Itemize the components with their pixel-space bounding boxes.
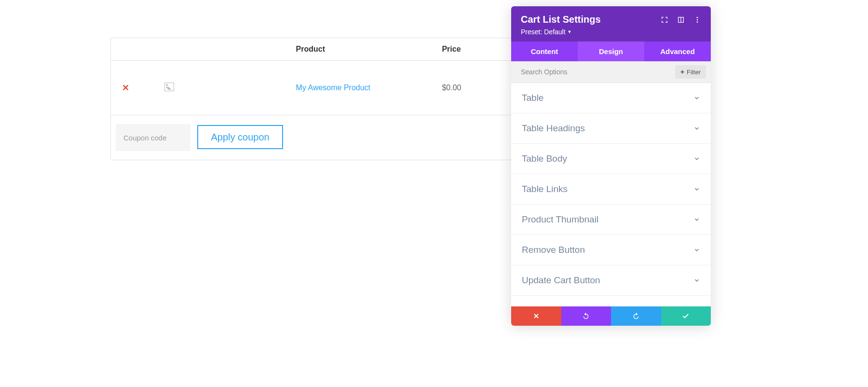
- image-placeholder-icon: [164, 83, 174, 91]
- undo-button[interactable]: [561, 306, 611, 326]
- caret-down-icon: ▼: [568, 29, 572, 34]
- redo-icon: [632, 312, 640, 320]
- save-button[interactable]: [661, 306, 711, 326]
- apply-coupon-button[interactable]: Apply coupon: [197, 125, 283, 149]
- section-label: Table Links: [522, 184, 568, 194]
- section-table-headings[interactable]: Table Headings: [511, 113, 711, 144]
- section-remove-button[interactable]: Remove Button: [511, 235, 711, 265]
- chevron-down-icon: [693, 216, 700, 223]
- section-table-body[interactable]: Table Body: [511, 144, 711, 174]
- check-icon: [682, 312, 690, 320]
- section-label: Remove Button: [522, 245, 585, 255]
- section-table[interactable]: Table: [511, 83, 711, 113]
- plus-icon: +: [680, 68, 684, 76]
- section-label: Table Body: [522, 153, 567, 164]
- filter-button[interactable]: + Filter: [675, 65, 706, 79]
- svg-point-2: [697, 21, 698, 23]
- expand-icon[interactable]: [661, 16, 668, 24]
- search-input[interactable]: [521, 68, 675, 76]
- settings-panel: Cart List Settings Preset: Default ▼ Con…: [511, 6, 711, 326]
- cancel-button[interactable]: [511, 306, 561, 326]
- search-row: + Filter: [511, 61, 711, 83]
- section-label: Table: [522, 93, 543, 103]
- svg-point-0: [697, 17, 698, 18]
- panel-footer: [511, 306, 711, 326]
- chevron-down-icon: [693, 277, 700, 284]
- redo-button[interactable]: [611, 306, 661, 326]
- close-icon: [532, 312, 540, 320]
- section-update-cart-button[interactable]: Update Cart Button: [511, 265, 711, 296]
- section-label: Table Headings: [522, 123, 585, 134]
- section-product-thumbnail[interactable]: Product Thumbnail: [511, 205, 711, 235]
- product-link[interactable]: My Awesome Product: [296, 83, 370, 92]
- col-remove: [111, 38, 155, 61]
- col-product: Product: [286, 38, 433, 61]
- tab-advanced[interactable]: Advanced: [644, 41, 711, 61]
- section-label: Update Cart Button: [522, 275, 600, 286]
- chevron-down-icon: [693, 186, 700, 193]
- remove-button[interactable]: ✕: [121, 83, 130, 93]
- preset-label: Preset: Default: [521, 28, 566, 36]
- tabs: Content Design Advanced: [511, 41, 711, 61]
- tab-content[interactable]: Content: [511, 41, 578, 61]
- preset-selector[interactable]: Preset: Default ▼: [521, 28, 701, 36]
- undo-icon: [582, 312, 590, 320]
- more-icon[interactable]: [693, 16, 701, 24]
- chevron-down-icon: [693, 125, 700, 132]
- svg-point-1: [697, 19, 698, 20]
- section-table-links[interactable]: Table Links: [511, 174, 711, 205]
- tab-design[interactable]: Design: [578, 41, 644, 61]
- chevron-down-icon: [693, 155, 700, 162]
- panel-title: Cart List Settings: [521, 14, 601, 25]
- col-thumbnail: [155, 38, 286, 61]
- section-label: Product Thumbnail: [522, 214, 598, 225]
- chevron-down-icon: [693, 247, 700, 253]
- columns-icon[interactable]: [677, 16, 685, 24]
- panel-header: Cart List Settings Preset: Default ▼: [511, 6, 711, 41]
- sections-list[interactable]: Table Table Headings Table Body Table Li…: [511, 83, 711, 306]
- filter-label: Filter: [687, 69, 701, 76]
- coupon-input[interactable]: [116, 124, 190, 151]
- chevron-down-icon: [693, 95, 700, 101]
